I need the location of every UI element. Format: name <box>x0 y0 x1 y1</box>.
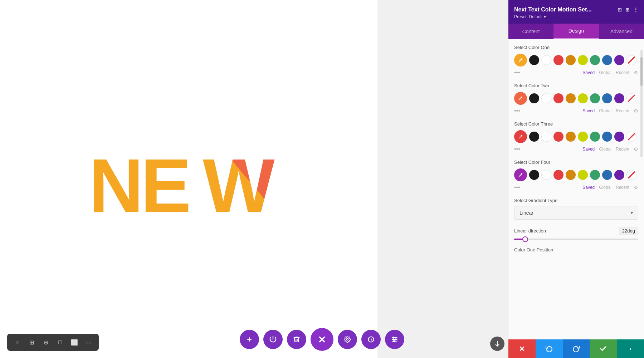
global-link-2[interactable]: Global <box>599 108 611 113</box>
desktop-icon-btn[interactable]: □ <box>54 337 66 348</box>
recent-link-2[interactable]: Recent <box>616 108 629 113</box>
svg-point-12 <box>393 337 394 338</box>
swatch-purple-4[interactable] <box>614 170 624 180</box>
add-button[interactable]: + <box>240 330 259 349</box>
layout-icon[interactable]: ⊞ <box>625 7 630 13</box>
swatch-purple-2[interactable] <box>614 93 624 103</box>
redo-button[interactable] <box>563 339 590 358</box>
eyedropper-icon-2 <box>518 96 523 101</box>
color-four-picker[interactable] <box>514 168 527 181</box>
swatch-white-1[interactable] <box>541 55 551 65</box>
global-link-4[interactable]: Global <box>599 185 611 190</box>
direction-slider[interactable] <box>514 239 638 240</box>
swatch-yellow-2[interactable] <box>578 93 588 103</box>
trash-icon <box>293 336 300 343</box>
scrollbar-track[interactable] <box>640 50 643 157</box>
swatch-blue-3[interactable] <box>602 132 612 142</box>
recent-link-4[interactable]: Recent <box>616 185 629 190</box>
swatch-orange-2[interactable] <box>566 93 576 103</box>
tablet-icon-btn[interactable]: ⬜ <box>69 337 80 348</box>
settings-button[interactable] <box>338 330 357 349</box>
saved-link-1[interactable]: Saved <box>582 70 595 75</box>
gear-icon-2[interactable]: ⚙ <box>634 108 638 114</box>
swatch-yellow-4[interactable] <box>578 170 588 180</box>
swatch-white-2[interactable] <box>541 93 551 103</box>
scrollbar-thumb[interactable] <box>640 57 643 86</box>
swatch-none-4[interactable] <box>626 170 636 180</box>
undo-button[interactable] <box>536 339 563 358</box>
swatch-black-1[interactable] <box>529 55 539 65</box>
trash-button[interactable] <box>287 330 306 349</box>
corner-icon-button[interactable] <box>490 337 504 351</box>
global-link-1[interactable]: Global <box>599 70 611 75</box>
saved-link-4[interactable]: Saved <box>582 185 595 190</box>
swatch-green-1[interactable] <box>590 55 600 65</box>
swatch-white-4[interactable] <box>541 170 551 180</box>
swatch-red-1[interactable] <box>553 55 564 65</box>
gradient-type-select[interactable]: Linear Radial Conic <box>514 206 638 220</box>
adjust-button[interactable] <box>385 330 404 349</box>
color-two-picker[interactable] <box>514 92 527 105</box>
swatch-orange-1[interactable] <box>566 55 576 65</box>
gear-icon-1[interactable]: ⚙ <box>634 70 638 75</box>
panel-preset[interactable]: Preset: Default ▾ <box>514 14 638 19</box>
tab-design[interactable]: Design <box>553 24 599 39</box>
screen-capture-icon[interactable]: ⊡ <box>618 7 622 13</box>
tab-advanced[interactable]: Advanced <box>599 24 644 39</box>
swatch-black-4[interactable] <box>529 170 539 180</box>
swatch-white-3[interactable] <box>541 132 551 142</box>
swatch-red-4[interactable] <box>553 170 564 180</box>
dots-icon-3[interactable]: ••• <box>514 146 520 152</box>
bottom-center-toolbar: + <box>240 328 404 351</box>
swatch-purple-1[interactable] <box>614 55 624 65</box>
cancel-button[interactable] <box>508 339 536 358</box>
svg-point-14 <box>394 340 395 342</box>
swatch-black-2[interactable] <box>529 93 539 103</box>
color-position-section: Color One Position <box>514 247 638 252</box>
global-link-3[interactable]: Global <box>599 147 611 152</box>
panel-tabs: Content Design Advanced <box>508 24 644 39</box>
saved-link-3[interactable]: Saved <box>582 147 595 152</box>
swatch-orange-3[interactable] <box>566 132 576 142</box>
more-options-icon[interactable]: ⋮ <box>633 7 638 13</box>
swatch-black-3[interactable] <box>529 132 539 142</box>
swatch-red-2[interactable] <box>553 93 564 103</box>
color-one-meta: ••• Saved Global Recent ⚙ <box>514 69 638 76</box>
recent-link-1[interactable]: Recent <box>616 70 629 75</box>
swatch-orange-4[interactable] <box>566 170 576 180</box>
menu-icon-btn[interactable]: ≡ <box>11 337 23 348</box>
swatch-yellow-3[interactable] <box>578 132 588 142</box>
swatch-none-2[interactable] <box>626 93 636 103</box>
mobile-icon-btn[interactable]: ▭ <box>83 337 94 348</box>
swatch-green-2[interactable] <box>590 93 600 103</box>
history-button[interactable] <box>361 330 381 349</box>
search-icon-btn[interactable]: ⊕ <box>40 337 52 348</box>
tab-content[interactable]: Content <box>508 24 553 39</box>
swatch-red-3[interactable] <box>553 132 564 142</box>
saved-link-2[interactable]: Saved <box>582 108 595 113</box>
swatch-yellow-1[interactable] <box>578 55 588 65</box>
panel-header: Next Text Color Motion Set... ⊡ ⊞ ⋮ Pres… <box>508 0 644 24</box>
swatch-blue-2[interactable] <box>602 93 612 103</box>
swatch-green-3[interactable] <box>590 132 600 142</box>
recent-link-3[interactable]: Recent <box>616 147 629 152</box>
dots-icon-1[interactable]: ••• <box>514 69 520 76</box>
color-three-picker[interactable] <box>514 130 527 143</box>
dots-icon-2[interactable]: ••• <box>514 108 520 114</box>
swatch-none-3[interactable] <box>626 132 636 142</box>
close-center-button[interactable] <box>311 328 333 351</box>
extra-button[interactable]: › <box>617 339 644 358</box>
swatch-purple-3[interactable] <box>614 132 624 142</box>
slider-thumb[interactable] <box>522 236 528 242</box>
swatch-green-4[interactable] <box>590 170 600 180</box>
swatch-blue-1[interactable] <box>602 55 612 65</box>
confirm-button[interactable] <box>590 339 617 358</box>
swatch-none-1[interactable] <box>626 55 636 65</box>
gear-icon-4[interactable]: ⚙ <box>634 185 638 190</box>
color-one-picker[interactable] <box>514 54 527 67</box>
power-button[interactable] <box>263 330 283 349</box>
dots-icon-4[interactable]: ••• <box>514 184 520 191</box>
grid-icon-btn[interactable]: ⊞ <box>26 337 37 348</box>
gear-icon-3[interactable]: ⚙ <box>634 146 638 152</box>
swatch-blue-4[interactable] <box>602 170 612 180</box>
